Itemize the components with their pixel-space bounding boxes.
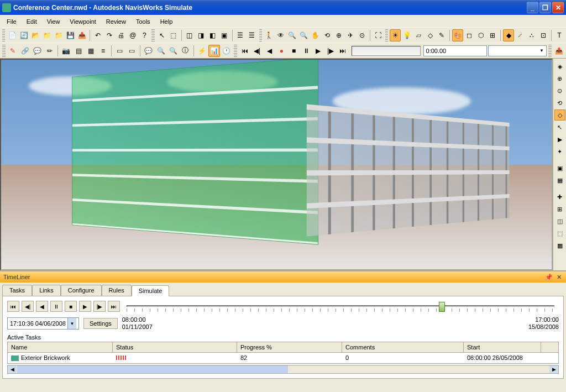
comment-icon[interactable]: 💬 <box>32 45 43 57</box>
lookaround-icon[interactable]: 👁 <box>275 29 286 41</box>
redo-icon[interactable]: ↷ <box>104 29 115 41</box>
properties-icon[interactable]: ☰ <box>247 29 258 41</box>
rewind-icon[interactable]: ⏮ <box>239 45 250 57</box>
tag-icon[interactable]: ✏ <box>44 45 55 57</box>
side-walk-icon[interactable]: ▶ <box>554 134 565 145</box>
find-comment-icon[interactable]: 💬 <box>143 45 154 57</box>
shaded-icon[interactable]: ✎ <box>436 29 447 41</box>
sets-icon[interactable]: ▦ <box>85 45 97 57</box>
playback-time-display[interactable]: 0:00.00 <box>423 45 487 56</box>
full-render-icon[interactable]: 🎨 <box>452 29 463 41</box>
record-icon[interactable]: ● <box>276 45 287 57</box>
step-forward-icon[interactable]: |▶ <box>324 45 336 57</box>
maximize-button[interactable]: ❐ <box>539 2 551 13</box>
tab-links[interactable]: Links <box>32 285 61 296</box>
grid-icon[interactable]: ⊡ <box>538 29 549 41</box>
simulation-slider[interactable] <box>127 301 554 312</box>
viewpoints-icon[interactable]: ▭ <box>114 45 125 57</box>
stop-icon[interactable]: ■ <box>288 45 300 57</box>
side-tool-1-icon[interactable]: ✚ <box>554 191 565 202</box>
minimize-button[interactable]: _ <box>527 2 538 13</box>
side-timeliner-icon[interactable]: ▦ <box>554 175 565 186</box>
tab-configure[interactable]: Configure <box>61 285 102 296</box>
merge-icon[interactable]: 📁 <box>41 29 53 41</box>
tab-tasks[interactable]: Tasks <box>2 285 32 296</box>
open-icon[interactable]: 📂 <box>30 29 41 41</box>
render-icon[interactable]: 💡 <box>401 29 412 41</box>
orbit-icon[interactable]: ⟲ <box>322 29 333 41</box>
toolbar-grip[interactable] <box>234 45 237 57</box>
side-pan-icon[interactable]: ⊙ <box>554 85 565 96</box>
sim-reverse-icon[interactable]: ◀ <box>36 301 48 312</box>
menu-view[interactable]: View <box>43 17 65 26</box>
sim-pause-icon[interactable]: ⏸ <box>50 301 62 312</box>
tab-rules[interactable]: Rules <box>102 285 132 296</box>
clash-icon[interactable]: ⚡ <box>196 45 208 57</box>
toolbar-grip[interactable] <box>385 29 388 41</box>
menu-review[interactable]: Review <box>102 17 130 26</box>
zoom-icon[interactable]: 🔍 <box>287 29 298 41</box>
scroll-left-icon[interactable]: ◀ <box>8 365 17 373</box>
print-icon[interactable]: 🖨 <box>116 29 127 41</box>
horizontal-scrollbar[interactable]: ◀ ▶ <box>7 365 559 374</box>
email-icon[interactable]: @ <box>127 29 138 41</box>
toolbar-grip[interactable] <box>548 45 552 57</box>
hide-icon[interactable]: ◫ <box>184 29 195 41</box>
side-tool-4-icon[interactable]: ⬚ <box>554 228 565 239</box>
side-tool-2-icon[interactable]: ⊞ <box>554 203 565 215</box>
animations-icon[interactable]: ▭ <box>126 45 138 57</box>
hidden-line-icon[interactable]: ◇ <box>424 29 436 41</box>
wireframe-icon[interactable]: ▱ <box>413 29 424 41</box>
close-button[interactable]: ✕ <box>552 2 564 13</box>
side-orbit-icon[interactable]: ◇ <box>554 109 565 121</box>
cube-icon[interactable]: ⬡ <box>475 29 486 41</box>
tab-simulate[interactable]: Simulate <box>132 285 170 296</box>
camera-icon[interactable]: 📷 <box>60 45 72 57</box>
new-icon[interactable]: 📄 <box>7 29 18 41</box>
toolbar-grip[interactable] <box>259 29 262 41</box>
datetime-dropdown-icon[interactable]: ▼ <box>67 318 76 329</box>
side-clash-icon[interactable]: ▣ <box>554 163 565 174</box>
section-icon[interactable]: ⊞ <box>487 29 498 41</box>
column-status[interactable]: Status <box>113 342 237 352</box>
pause-icon[interactable]: ⏸ <box>300 45 312 57</box>
step-back-icon[interactable]: ◀| <box>251 45 263 57</box>
column-start[interactable]: Start <box>464 342 541 352</box>
forward-end-icon[interactable]: ⏭ <box>337 45 349 57</box>
side-zoom-icon[interactable]: ⊕ <box>554 73 565 84</box>
redline-icon[interactable]: ∴ <box>526 29 537 41</box>
tree-icon[interactable]: ☰ <box>235 29 246 41</box>
fly-icon[interactable]: ✈ <box>345 29 356 41</box>
toolbar-grip[interactable] <box>2 45 6 57</box>
reverse-icon[interactable]: ◀ <box>264 45 275 57</box>
current-datetime-input[interactable]: 17:10:36 04/06/2008 ▼ <box>7 317 79 330</box>
redline-pen-icon[interactable]: ✎ <box>7 45 19 57</box>
menu-help[interactable]: Help <box>156 17 177 26</box>
settings-button[interactable]: Settings <box>83 318 118 329</box>
sim-play-icon[interactable]: ▶ <box>79 301 91 312</box>
info-icon[interactable]: ⓘ <box>180 45 191 57</box>
play-icon[interactable]: ▶ <box>312 45 324 57</box>
pan-icon[interactable]: ✋ <box>310 29 321 41</box>
scroll-right-icon[interactable]: ▶ <box>549 365 558 373</box>
menu-edit[interactable]: Edit <box>22 17 41 26</box>
3d-viewport[interactable] <box>0 59 553 270</box>
turntable-icon[interactable]: ⊙ <box>357 29 368 41</box>
menu-tools[interactable]: Tools <box>132 17 155 26</box>
measure-icon[interactable]: ⟋ <box>515 29 526 41</box>
undo-icon[interactable]: ↶ <box>92 29 103 41</box>
text-icon[interactable]: T <box>554 29 565 41</box>
sim-rewind-icon[interactable]: ⏮ <box>7 301 19 312</box>
playback-slider[interactable] <box>352 46 421 56</box>
perspective-icon[interactable]: ◆ <box>503 29 514 41</box>
link-icon[interactable]: 🔗 <box>19 45 31 57</box>
clock-icon[interactable]: 🕐 <box>221 45 232 57</box>
walk-icon[interactable]: 🚶 <box>264 29 275 41</box>
scroll-thumb[interactable] <box>17 365 288 373</box>
side-select-icon[interactable]: ↖ <box>554 122 565 133</box>
layers-icon[interactable]: ≡ <box>97 45 109 57</box>
panel-close-icon[interactable]: ✕ <box>555 273 563 281</box>
sim-stop-icon[interactable]: ■ <box>65 301 77 312</box>
select-icon[interactable]: ↖ <box>156 29 167 41</box>
help-icon[interactable]: ? <box>139 29 150 41</box>
